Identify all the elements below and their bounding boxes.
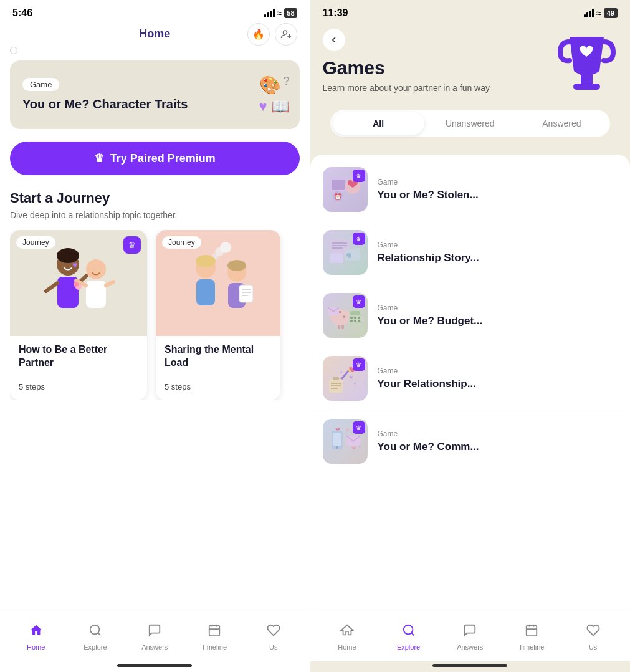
left-panel: 5:46 ≈ 58 Home 🔥	[0, 0, 310, 672]
games-title: Games	[323, 57, 555, 79]
game-list-badge-1: Game	[378, 178, 618, 186]
nav-answers-left[interactable]: Answers	[136, 623, 173, 651]
svg-rect-59	[358, 317, 360, 319]
nav-us-right[interactable]: Us	[575, 623, 612, 651]
top-nav-left: Home 🔥	[0, 22, 310, 47]
svg-rect-82	[527, 625, 537, 636]
game-thumb-1: ♛ ⏰	[323, 167, 368, 212]
game-card[interactable]: Game You or Me? Character Traits 🎨 ? ♥ 📖	[10, 60, 300, 129]
svg-point-28	[90, 625, 100, 634]
nav-explore-left[interactable]: Explore	[77, 623, 114, 651]
nav-us-left[interactable]: Us	[255, 623, 292, 651]
nav-home-left[interactable]: Home	[17, 623, 55, 651]
game-card-content: Game You or Me? Character Traits	[22, 78, 259, 112]
fire-button[interactable]: 🔥	[247, 23, 270, 46]
nav-us-label: Us	[269, 643, 277, 651]
add-person-button[interactable]	[275, 23, 297, 46]
right-panel: 11:39 ≈ 49 Games Learn more about your p…	[310, 0, 630, 672]
tab-all[interactable]: All	[333, 112, 424, 135]
top-nav-icons-left: 🔥	[247, 23, 297, 46]
game-thumb-4: ♛ ★ ✦ ✦	[323, 356, 368, 401]
status-icons-left: ≈ 58	[264, 8, 297, 18]
game-list-item-2[interactable]: ♛ Game Relationship Story...	[310, 221, 630, 284]
svg-rect-8	[86, 281, 106, 308]
explore-nav-icon-right	[402, 623, 416, 641]
svg-point-27	[227, 260, 246, 271]
game-list-info-3: Game You or Me? Budget...	[378, 304, 618, 327]
journey-section: Start a Journey Dive deep into a relatio…	[10, 190, 300, 400]
tab-unanswered[interactable]: Unanswered	[424, 112, 516, 135]
game-list-item-3[interactable]: ♛	[310, 284, 630, 347]
carousel-indicator	[10, 47, 300, 54]
game-list-item-4[interactable]: ♛ ★ ✦ ✦	[310, 347, 630, 410]
svg-point-76	[336, 446, 338, 449]
game-crown-2: ♛	[353, 233, 365, 245]
time-left: 5:46	[12, 7, 32, 19]
journey-card-2[interactable]: Journey	[156, 230, 280, 400]
svg-point-53	[343, 315, 345, 318]
game-list-item-5[interactable]: ♛ ✦ ✦ Game	[310, 410, 630, 473]
explore-nav-icon	[88, 623, 102, 641]
nav-timeline-left[interactable]: Timeline	[196, 623, 233, 651]
nav-explore-label-right: Explore	[397, 643, 420, 651]
svg-rect-37	[332, 180, 345, 190]
journey-section-title: Start a Journey	[10, 190, 300, 206]
home-indicator-left	[117, 664, 192, 667]
svg-point-14	[74, 282, 79, 287]
status-bar-right: 11:39 ≈ 49	[310, 0, 630, 22]
svg-point-7	[86, 259, 106, 279]
game-thumb-3: ♛	[323, 293, 368, 338]
nav-answers-right[interactable]: Answers	[451, 623, 489, 651]
svg-line-5	[46, 283, 57, 291]
svg-point-19	[220, 242, 231, 253]
game-list-badge-5: Game	[378, 430, 618, 438]
book-icon-game: 📖	[271, 98, 290, 115]
svg-text:♥: ♥	[72, 260, 77, 270]
journey-card-title-1: How to Be a Better Partner	[19, 343, 138, 370]
svg-rect-34	[581, 73, 593, 84]
status-bar-left: 5:46 ≈ 58	[0, 0, 310, 22]
nav-home-label: Home	[27, 643, 45, 651]
journey-card-1[interactable]: Journey ♛	[10, 230, 147, 400]
nav-answers-label: Answers	[141, 643, 168, 651]
back-button[interactable]	[323, 29, 345, 51]
status-icons-right: ≈ 49	[584, 8, 618, 18]
crown-icon: ♛	[94, 151, 104, 165]
svg-rect-60	[350, 320, 353, 322]
nav-home-right[interactable]: Home	[328, 623, 366, 651]
nav-timeline-right[interactable]: Timeline	[513, 623, 550, 651]
tab-answered[interactable]: Answered	[516, 112, 608, 135]
premium-button[interactable]: ♛ Try Paired Premium	[10, 142, 300, 175]
game-crown-4: ♛	[353, 358, 365, 371]
heart-icon-game: ♥	[259, 98, 267, 115]
wifi-icon-left: ≈	[277, 8, 282, 18]
game-crown-5: ♛	[353, 421, 365, 434]
journey-card-image-2: Journey	[156, 230, 280, 336]
timeline-nav-icon-right	[525, 623, 538, 641]
battery-right: 49	[604, 8, 618, 18]
nav-explore-right[interactable]: Explore	[390, 623, 427, 651]
journey-card-image-1: Journey ♛	[10, 230, 147, 336]
svg-point-0	[283, 31, 287, 34]
svg-rect-16	[196, 279, 215, 305]
answers-nav-icon	[148, 623, 161, 641]
svg-line-81	[411, 633, 414, 635]
dot-inactive	[10, 47, 17, 54]
game-badge: Game	[22, 78, 59, 91]
home-indicator-right	[432, 664, 507, 667]
palette-emoji-icon: 🎨	[259, 75, 281, 95]
game-list-item-1[interactable]: ♛ ⏰ Game You or Me? Stolen...	[310, 158, 630, 221]
svg-point-26	[196, 255, 216, 267]
svg-rect-51	[338, 325, 340, 329]
journey-steps-2: 5 steps	[165, 382, 272, 391]
journey-section-subtitle: Dive deep into a relationship topic toge…	[10, 210, 300, 220]
nav-us-label-right: Us	[589, 643, 597, 651]
tabs-container: All Unanswered Answered	[330, 110, 610, 137]
journey-card-body-2: Sharing the Mental Load 5 steps	[156, 336, 280, 400]
nav-explore-label: Explore	[84, 643, 107, 651]
couple-illustration-1: ♥	[34, 238, 124, 329]
home-title: Home	[139, 27, 170, 41]
games-list: ♛ ⏰ Game You or Me? Stolen... ♛	[310, 155, 630, 612]
svg-rect-70	[333, 377, 339, 380]
nav-home-label-right: Home	[338, 643, 356, 651]
